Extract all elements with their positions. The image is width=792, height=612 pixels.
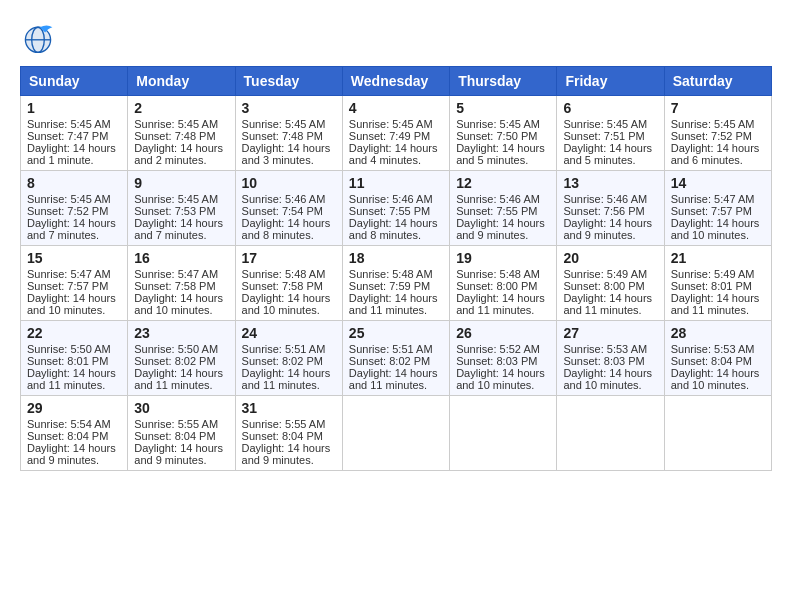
sunrise-text: Sunrise: 5:51 AM (242, 343, 326, 355)
calendar-cell: 14 Sunrise: 5:47 AM Sunset: 7:57 PM Dayl… (664, 171, 771, 246)
sunset-text: Sunset: 7:54 PM (242, 205, 323, 217)
calendar-cell: 28 Sunrise: 5:53 AM Sunset: 8:04 PM Dayl… (664, 321, 771, 396)
sunrise-text: Sunrise: 5:50 AM (27, 343, 111, 355)
sunset-text: Sunset: 7:48 PM (242, 130, 323, 142)
day-number: 9 (134, 175, 228, 191)
sunset-text: Sunset: 7:57 PM (671, 205, 752, 217)
calendar-cell (557, 396, 664, 471)
calendar-cell (342, 396, 449, 471)
calendar-cell: 27 Sunrise: 5:53 AM Sunset: 8:03 PM Dayl… (557, 321, 664, 396)
sunrise-text: Sunrise: 5:47 AM (134, 268, 218, 280)
day-number: 8 (27, 175, 121, 191)
daylight-text: Daylight: 14 hours and 9 minutes. (563, 217, 652, 241)
logo (20, 20, 60, 56)
header (20, 20, 772, 56)
day-number: 16 (134, 250, 228, 266)
sunrise-text: Sunrise: 5:46 AM (456, 193, 540, 205)
sunrise-text: Sunrise: 5:55 AM (242, 418, 326, 430)
sunrise-text: Sunrise: 5:49 AM (563, 268, 647, 280)
calendar-cell: 4 Sunrise: 5:45 AM Sunset: 7:49 PM Dayli… (342, 96, 449, 171)
sunset-text: Sunset: 7:57 PM (27, 280, 108, 292)
calendar-week-4: 22 Sunrise: 5:50 AM Sunset: 8:01 PM Dayl… (21, 321, 772, 396)
sunrise-text: Sunrise: 5:50 AM (134, 343, 218, 355)
weekday-header-tuesday: Tuesday (235, 67, 342, 96)
sunset-text: Sunset: 7:56 PM (563, 205, 644, 217)
daylight-text: Daylight: 14 hours and 11 minutes. (349, 292, 438, 316)
daylight-text: Daylight: 14 hours and 10 minutes. (671, 367, 760, 391)
calendar-cell: 3 Sunrise: 5:45 AM Sunset: 7:48 PM Dayli… (235, 96, 342, 171)
logo-icon (20, 20, 56, 56)
day-number: 17 (242, 250, 336, 266)
sunrise-text: Sunrise: 5:45 AM (134, 193, 218, 205)
sunrise-text: Sunrise: 5:51 AM (349, 343, 433, 355)
daylight-text: Daylight: 14 hours and 10 minutes. (134, 292, 223, 316)
day-number: 13 (563, 175, 657, 191)
day-number: 12 (456, 175, 550, 191)
daylight-text: Daylight: 14 hours and 11 minutes. (671, 292, 760, 316)
daylight-text: Daylight: 14 hours and 6 minutes. (671, 142, 760, 166)
day-number: 29 (27, 400, 121, 416)
day-number: 3 (242, 100, 336, 116)
calendar-cell: 31 Sunrise: 5:55 AM Sunset: 8:04 PM Dayl… (235, 396, 342, 471)
weekday-header-saturday: Saturday (664, 67, 771, 96)
calendar-cell: 8 Sunrise: 5:45 AM Sunset: 7:52 PM Dayli… (21, 171, 128, 246)
day-number: 5 (456, 100, 550, 116)
daylight-text: Daylight: 14 hours and 3 minutes. (242, 142, 331, 166)
day-number: 21 (671, 250, 765, 266)
daylight-text: Daylight: 14 hours and 9 minutes. (242, 442, 331, 466)
sunset-text: Sunset: 8:01 PM (27, 355, 108, 367)
calendar-cell: 2 Sunrise: 5:45 AM Sunset: 7:48 PM Dayli… (128, 96, 235, 171)
sunset-text: Sunset: 7:47 PM (27, 130, 108, 142)
sunrise-text: Sunrise: 5:45 AM (242, 118, 326, 130)
sunset-text: Sunset: 7:55 PM (456, 205, 537, 217)
sunset-text: Sunset: 8:03 PM (563, 355, 644, 367)
weekday-header-sunday: Sunday (21, 67, 128, 96)
sunrise-text: Sunrise: 5:48 AM (456, 268, 540, 280)
weekday-header-monday: Monday (128, 67, 235, 96)
weekday-header-thursday: Thursday (450, 67, 557, 96)
day-number: 11 (349, 175, 443, 191)
calendar-cell: 19 Sunrise: 5:48 AM Sunset: 8:00 PM Dayl… (450, 246, 557, 321)
daylight-text: Daylight: 14 hours and 10 minutes. (242, 292, 331, 316)
sunset-text: Sunset: 7:52 PM (27, 205, 108, 217)
sunrise-text: Sunrise: 5:45 AM (671, 118, 755, 130)
sunrise-text: Sunrise: 5:47 AM (671, 193, 755, 205)
sunset-text: Sunset: 7:59 PM (349, 280, 430, 292)
daylight-text: Daylight: 14 hours and 10 minutes. (456, 367, 545, 391)
sunrise-text: Sunrise: 5:46 AM (242, 193, 326, 205)
calendar-cell: 6 Sunrise: 5:45 AM Sunset: 7:51 PM Dayli… (557, 96, 664, 171)
sunset-text: Sunset: 8:01 PM (671, 280, 752, 292)
daylight-text: Daylight: 14 hours and 1 minute. (27, 142, 116, 166)
sunset-text: Sunset: 8:02 PM (134, 355, 215, 367)
day-number: 19 (456, 250, 550, 266)
day-number: 14 (671, 175, 765, 191)
sunrise-text: Sunrise: 5:53 AM (671, 343, 755, 355)
sunrise-text: Sunrise: 5:53 AM (563, 343, 647, 355)
day-number: 24 (242, 325, 336, 341)
daylight-text: Daylight: 14 hours and 9 minutes. (134, 442, 223, 466)
day-number: 4 (349, 100, 443, 116)
calendar-cell: 23 Sunrise: 5:50 AM Sunset: 8:02 PM Dayl… (128, 321, 235, 396)
daylight-text: Daylight: 14 hours and 10 minutes. (563, 367, 652, 391)
sunrise-text: Sunrise: 5:47 AM (27, 268, 111, 280)
day-number: 6 (563, 100, 657, 116)
daylight-text: Daylight: 14 hours and 10 minutes. (671, 217, 760, 241)
daylight-text: Daylight: 14 hours and 11 minutes. (134, 367, 223, 391)
calendar-cell: 29 Sunrise: 5:54 AM Sunset: 8:04 PM Dayl… (21, 396, 128, 471)
sunset-text: Sunset: 7:52 PM (671, 130, 752, 142)
sunrise-text: Sunrise: 5:45 AM (27, 193, 111, 205)
calendar-table: SundayMondayTuesdayWednesdayThursdayFrid… (20, 66, 772, 471)
daylight-text: Daylight: 14 hours and 11 minutes. (563, 292, 652, 316)
daylight-text: Daylight: 14 hours and 11 minutes. (27, 367, 116, 391)
sunrise-text: Sunrise: 5:54 AM (27, 418, 111, 430)
daylight-text: Daylight: 14 hours and 4 minutes. (349, 142, 438, 166)
calendar-cell: 24 Sunrise: 5:51 AM Sunset: 8:02 PM Dayl… (235, 321, 342, 396)
sunrise-text: Sunrise: 5:46 AM (349, 193, 433, 205)
calendar-week-5: 29 Sunrise: 5:54 AM Sunset: 8:04 PM Dayl… (21, 396, 772, 471)
daylight-text: Daylight: 14 hours and 8 minutes. (349, 217, 438, 241)
sunrise-text: Sunrise: 5:45 AM (349, 118, 433, 130)
daylight-text: Daylight: 14 hours and 7 minutes. (134, 217, 223, 241)
calendar-cell: 25 Sunrise: 5:51 AM Sunset: 8:02 PM Dayl… (342, 321, 449, 396)
sunrise-text: Sunrise: 5:48 AM (349, 268, 433, 280)
calendar-week-3: 15 Sunrise: 5:47 AM Sunset: 7:57 PM Dayl… (21, 246, 772, 321)
